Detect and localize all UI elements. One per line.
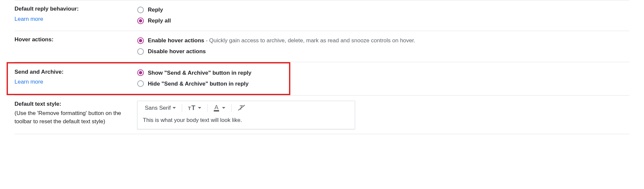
text-preview: This is what your body text will look li… [138, 114, 355, 129]
text-color-icon: A [213, 104, 220, 112]
setting-label-col: Hover actions: [15, 35, 137, 45]
setting-title: Default text style: [15, 99, 133, 109]
option-label: Hide "Send & Archive" button in reply [148, 78, 248, 89]
editor-toolbar: Sans Serif T T A [138, 101, 355, 114]
option-hide-send-archive[interactable]: Hide "Send & Archive" button in reply [137, 78, 289, 89]
radio-icon[interactable] [137, 18, 144, 24]
option-description: - Quickly gain access to archive, delete… [204, 37, 415, 44]
setting-row-archive-wrapper: Send and Archive: Learn more Show "Send … [15, 62, 629, 95]
remove-formatting-icon: T [238, 104, 245, 112]
setting-options: Sans Serif T T A [137, 99, 629, 129]
setting-title: Hover actions: [15, 35, 133, 45]
option-reply[interactable]: Reply [137, 4, 629, 15]
text-color-dropdown[interactable]: A [211, 103, 228, 113]
option-enable-hover[interactable]: Enable hover actions - Quickly gain acce… [137, 35, 629, 46]
chevron-down-icon [198, 107, 201, 109]
option-label: Reply [148, 4, 163, 15]
svg-text:A: A [214, 104, 218, 111]
setting-label-col: Default reply behaviour: Learn more [15, 4, 137, 24]
learn-more-link[interactable]: Learn more [15, 77, 43, 87]
learn-more-link[interactable]: Learn more [15, 14, 43, 24]
option-disable-hover[interactable]: Disable hover actions [137, 46, 629, 57]
option-text: Enable hover actions - Quickly gain acce… [148, 35, 415, 46]
chevron-down-icon [222, 107, 225, 109]
font-family-label: Sans Serif [145, 105, 171, 111]
text-size-icon: T T [188, 105, 196, 111]
setting-title: Send and Archive: [15, 67, 133, 77]
setting-label-col: Default text style: (Use the 'Remove for… [15, 99, 137, 126]
svg-text:T: T [188, 106, 191, 111]
remove-formatting-button[interactable]: T [235, 103, 248, 113]
setting-options: Enable hover actions - Quickly gain acce… [137, 35, 629, 57]
toolbar-separator [207, 104, 208, 112]
option-label: Disable hover actions [148, 46, 206, 57]
radio-icon[interactable] [137, 7, 144, 13]
option-show-send-archive[interactable]: Show "Send & Archive" button in reply [137, 67, 289, 78]
svg-rect-3 [214, 110, 219, 111]
option-label: Reply all [148, 15, 171, 26]
toolbar-separator [182, 104, 182, 112]
highlight-box: Send and Archive: Learn more Show "Send … [7, 62, 290, 95]
svg-text:T: T [191, 105, 195, 111]
setting-row-hover: Hover actions: Enable hover actions - Qu… [15, 31, 629, 61]
radio-icon[interactable] [137, 80, 144, 87]
text-style-editor: Sans Serif T T A [137, 101, 355, 129]
setting-hint: (Use the 'Remove formatting' button on t… [15, 109, 133, 126]
setting-title: Default reply behaviour: [15, 4, 133, 14]
font-family-dropdown[interactable]: Sans Serif [142, 103, 178, 113]
radio-icon[interactable] [137, 48, 144, 55]
chevron-down-icon [173, 107, 176, 109]
toolbar-separator [231, 104, 232, 112]
setting-row-text-style: Default text style: (Use the 'Remove for… [15, 95, 629, 134]
setting-options: Reply Reply all [137, 4, 629, 26]
option-label: Show "Send & Archive" button in reply [148, 67, 251, 78]
radio-icon[interactable] [137, 69, 144, 76]
option-label: Enable hover actions [148, 37, 204, 44]
setting-row-reply: Default reply behaviour: Learn more Repl… [15, 0, 629, 31]
setting-options: Show "Send & Archive" button in reply Hi… [137, 67, 289, 89]
setting-label-col: Send and Archive: Learn more [15, 67, 137, 89]
font-size-dropdown[interactable]: T T [185, 103, 204, 113]
radio-icon[interactable] [137, 37, 144, 44]
option-reply-all[interactable]: Reply all [137, 15, 629, 26]
